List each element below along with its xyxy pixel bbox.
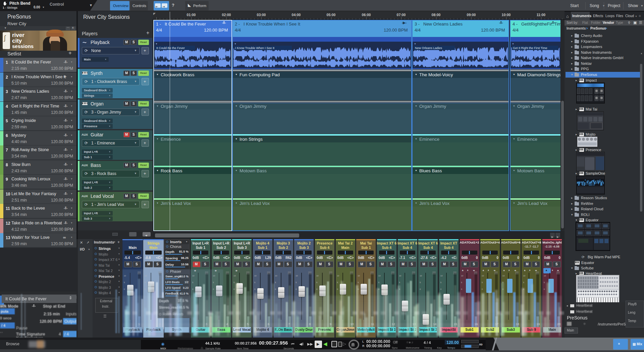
svg-text:02:00: 02:00 <box>222 13 231 17</box>
svg-text:08:00: 08:00 <box>432 13 441 17</box>
svg-text:06:00: 06:00 <box>362 13 371 17</box>
svg-text:01:00: 01:00 <box>187 13 196 17</box>
svg-text:03:00: 03:00 <box>257 13 266 17</box>
svg-text:11:00: 11:00 <box>537 13 545 17</box>
svg-text:10:00: 10:00 <box>502 13 511 17</box>
svg-text:09:00: 09:00 <box>467 13 476 17</box>
svg-text:05:00: 05:00 <box>327 13 336 17</box>
svg-text:04:00: 04:00 <box>292 13 301 17</box>
svg-text:07:00: 07:00 <box>397 13 406 17</box>
